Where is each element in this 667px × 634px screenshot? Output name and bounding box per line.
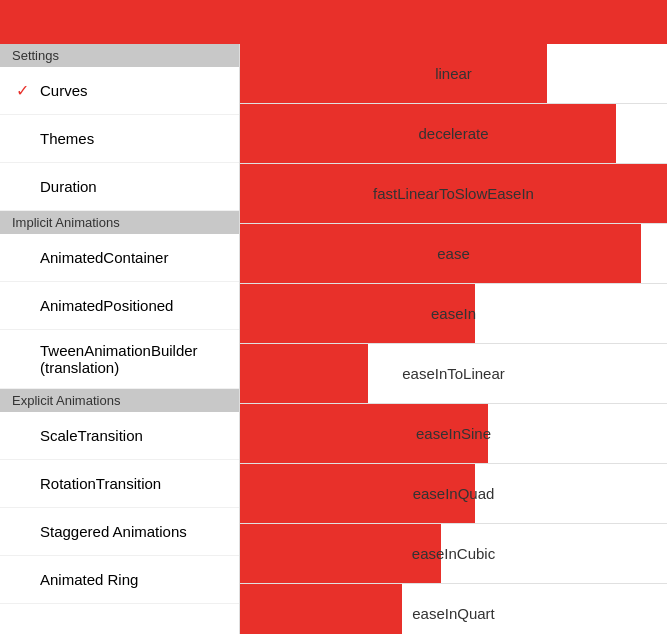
main-content: Settings✓CurvesThemesDurationImplicit An… <box>0 44 667 634</box>
sidebar-item-curves[interactable]: ✓Curves <box>0 67 239 115</box>
sidebar-item-animated-positioned[interactable]: AnimatedPositioned <box>0 282 239 330</box>
sidebar-item-label: AnimatedContainer <box>40 249 223 266</box>
curve-label-easeInQuart: easeInQuart <box>240 605 667 622</box>
curve-row-easeIn[interactable]: easeIn <box>240 284 667 344</box>
sidebar-item-duration[interactable]: Duration <box>0 163 239 211</box>
sidebar-item-label: Animated Ring <box>40 571 223 588</box>
sidebar-item-scale-transition[interactable]: ScaleTransition <box>0 412 239 460</box>
sidebar-item-label: Staggered Animations <box>40 523 223 540</box>
curve-row-easeInQuart[interactable]: easeInQuart <box>240 584 667 634</box>
curve-row-decelerate[interactable]: decelerate <box>240 104 667 164</box>
curve-row-easeInToLinear[interactable]: easeInToLinear <box>240 344 667 404</box>
curve-row-fastLinearToSlowEaseIn[interactable]: fastLinearToSlowEaseIn <box>240 164 667 224</box>
curve-label-easeInCubic: easeInCubic <box>240 545 667 562</box>
curve-label-fastLinearToSlowEaseIn: fastLinearToSlowEaseIn <box>240 185 667 202</box>
sidebar-item-label: ScaleTransition <box>40 427 223 444</box>
checkmark-icon: ✓ <box>16 81 40 100</box>
curve-row-easeInCubic[interactable]: easeInCubic <box>240 524 667 584</box>
curves-panel: lineardeceleratefastLinearToSlowEaseInea… <box>240 44 667 634</box>
sidebar-item-animated-ring[interactable]: Animated Ring <box>0 556 239 604</box>
sidebar-item-label: AnimatedPositioned <box>40 297 223 314</box>
sidebar-item-label: RotationTransition <box>40 475 223 492</box>
sidebar-section-header: Implicit Animations <box>0 211 239 234</box>
sidebar-section-header: Explicit Animations <box>0 389 239 412</box>
curve-label-easeIn: easeIn <box>240 305 667 322</box>
sidebar-section-header: Settings <box>0 44 239 67</box>
sidebar-item-tween-animation-builder[interactable]: TweenAnimationBuilder (translation) <box>0 330 239 389</box>
curve-label-decelerate: decelerate <box>240 125 667 142</box>
curves-header <box>240 0 667 44</box>
curve-label-ease: ease <box>240 245 667 262</box>
curve-label-linear: linear <box>240 65 667 82</box>
sidebar-item-label: TweenAnimationBuilder (translation) <box>40 342 223 376</box>
sidebar: Settings✓CurvesThemesDurationImplicit An… <box>0 44 240 634</box>
curve-label-easeInToLinear: easeInToLinear <box>240 365 667 382</box>
sidebar-item-staggered-animations[interactable]: Staggered Animations <box>0 508 239 556</box>
curve-row-easeInSine[interactable]: easeInSine <box>240 404 667 464</box>
curve-row-easeInQuad[interactable]: easeInQuad <box>240 464 667 524</box>
curve-row-linear[interactable]: linear <box>240 44 667 104</box>
sidebar-item-label: Themes <box>40 130 223 147</box>
sidebar-item-themes[interactable]: Themes <box>0 115 239 163</box>
sidebar-item-animated-container[interactable]: AnimatedContainer <box>0 234 239 282</box>
sidebar-item-label: Duration <box>40 178 223 195</box>
curve-label-easeInSine: easeInSine <box>240 425 667 442</box>
curve-row-ease[interactable]: ease <box>240 224 667 284</box>
sidebar-item-label: Curves <box>40 82 223 99</box>
top-bar <box>0 0 667 44</box>
curve-label-easeInQuad: easeInQuad <box>240 485 667 502</box>
sidebar-item-rotation-transition[interactable]: RotationTransition <box>0 460 239 508</box>
gallery-header <box>0 0 240 44</box>
